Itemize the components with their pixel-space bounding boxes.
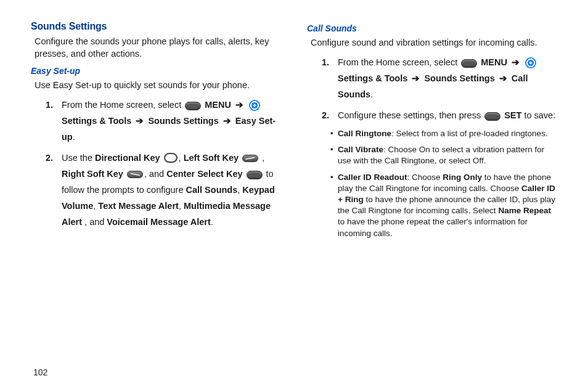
step-number: 1. bbox=[46, 97, 53, 113]
text-message-alert-label: Text Message Alert bbox=[98, 201, 179, 211]
center-select-key-label: Center Select Key bbox=[166, 169, 242, 179]
subsection-intro: Configure sound and vibration settings f… bbox=[311, 37, 558, 49]
left-soft-key-icon bbox=[242, 155, 258, 162]
settings-tools-label: Settings & Tools bbox=[338, 73, 407, 83]
bullet-desc: to have the phone repeat the caller's in… bbox=[338, 217, 528, 237]
name-repeat-label: Name Repeat bbox=[498, 206, 551, 215]
bullet-term: Call Vibrate bbox=[338, 145, 383, 154]
directional-key-label: Directional Key bbox=[95, 153, 160, 163]
right-soft-key-icon bbox=[127, 171, 143, 178]
target-icon bbox=[249, 100, 260, 111]
call-sounds-label: Call Sounds bbox=[186, 185, 238, 195]
step-item: 1. From the Home screen, select MENU ➔ S… bbox=[46, 97, 282, 145]
bullet-item: Call Vibrate: Choose On to select a vibr… bbox=[330, 144, 558, 166]
bullet-desc: : Choose bbox=[407, 173, 443, 182]
steps-list-easy-setup: 1. From the Home screen, select MENU ➔ S… bbox=[46, 97, 282, 231]
bullet-desc: : Select from a list of pre-loaded ringt… bbox=[391, 129, 548, 138]
step-text: , and bbox=[84, 217, 107, 227]
step-text: Configure these settings, then press bbox=[338, 110, 483, 120]
page-number: 102 bbox=[33, 367, 47, 377]
subsection-title-easy-setup: Easy Set-up bbox=[31, 66, 282, 76]
menu-label: MENU bbox=[205, 100, 231, 110]
center-key-icon bbox=[247, 171, 263, 179]
left-soft-key-label: Left Soft Key bbox=[184, 153, 239, 163]
arrow-icon: ➔ bbox=[512, 57, 520, 67]
voicemail-message-alert-label: Voicemail Message Alert bbox=[107, 217, 210, 227]
bullet-list: Call Ringtone: Select from a list of pre… bbox=[330, 128, 558, 239]
subsection-intro: Use Easy Set-up to quickly set sounds fo… bbox=[35, 80, 282, 92]
arrow-icon: ➔ bbox=[499, 73, 507, 83]
center-key-icon bbox=[484, 112, 500, 121]
center-key-icon bbox=[185, 102, 201, 110]
step-number: 2. bbox=[322, 107, 329, 123]
subsection-title-call-sounds: Call Sounds bbox=[307, 23, 558, 33]
left-column: Sounds Settings Configure the sounds you… bbox=[31, 21, 282, 244]
step-item: 2. Use the Directional Key , Left Soft K… bbox=[46, 150, 282, 230]
right-soft-key-label: Right Soft Key bbox=[62, 169, 123, 179]
step-number: 2. bbox=[46, 150, 53, 166]
step-item: 2. Configure these settings, then press … bbox=[322, 107, 558, 123]
bullet-item: Call Ringtone: Select from a list of pre… bbox=[330, 128, 558, 139]
directional-key-icon bbox=[164, 153, 178, 163]
arrow-icon: ➔ bbox=[136, 116, 144, 126]
center-key-icon bbox=[461, 59, 477, 68]
arrow-icon: ➔ bbox=[412, 73, 420, 83]
target-icon bbox=[525, 57, 536, 68]
step-number: 1. bbox=[322, 54, 329, 70]
bullet-term: Call Ringtone bbox=[338, 129, 391, 138]
menu-label: MENU bbox=[481, 57, 507, 67]
step-item: 1. From the Home screen, select MENU ➔ S… bbox=[322, 54, 558, 102]
set-label: SET bbox=[504, 110, 521, 120]
section-title-sounds-settings: Sounds Settings bbox=[31, 21, 282, 32]
step-text: From the Home screen, select bbox=[62, 100, 184, 110]
bullet-item: Caller ID Readout: Choose Ring Only to h… bbox=[330, 172, 558, 239]
sounds-settings-label: Sounds Settings bbox=[424, 73, 494, 83]
section-intro: Configure the sounds your phone plays fo… bbox=[35, 36, 282, 60]
step-text: to save: bbox=[524, 110, 555, 120]
bullet-term: Caller ID Readout bbox=[338, 173, 407, 182]
steps-list-call-sounds: 1. From the Home screen, select MENU ➔ S… bbox=[322, 54, 558, 123]
sounds-settings-label: Sounds Settings bbox=[148, 116, 218, 126]
ring-only-label: Ring Only bbox=[443, 173, 482, 182]
arrow-icon: ➔ bbox=[235, 100, 243, 110]
step-text: Use the bbox=[62, 153, 95, 163]
step-text: From the Home screen, select bbox=[338, 57, 460, 67]
right-column: Call Sounds Configure sound and vibratio… bbox=[307, 21, 558, 244]
arrow-icon: ➔ bbox=[223, 116, 231, 126]
settings-tools-label: Settings & Tools bbox=[62, 116, 131, 126]
